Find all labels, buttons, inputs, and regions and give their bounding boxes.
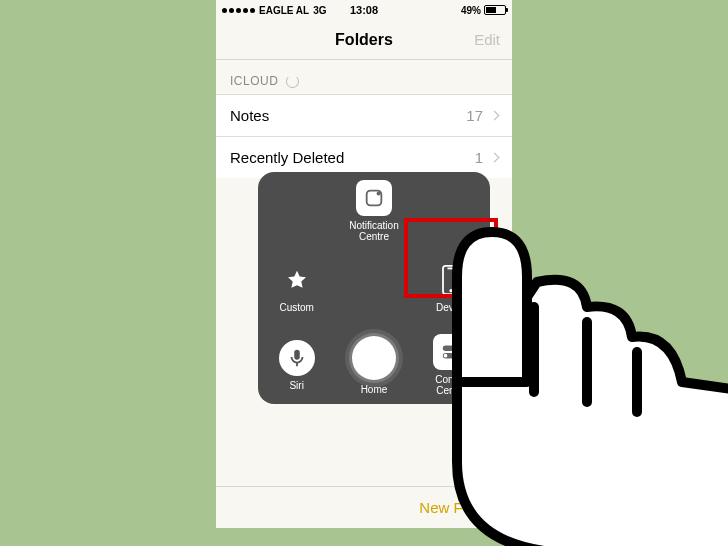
device-icon (433, 262, 469, 298)
assistive-touch-menu: Notification Centre Custom Device Siri H… (258, 172, 490, 404)
assistive-label: Notification Centre (349, 220, 398, 242)
notification-centre-icon (356, 180, 392, 216)
battery-percent: 49% (461, 5, 481, 16)
folder-row-notes[interactable]: Notes 17 (216, 94, 512, 136)
assistive-control-centre[interactable]: Control Centre (413, 327, 490, 404)
svg-point-10 (444, 354, 448, 358)
chevron-right-icon (490, 153, 500, 163)
row-label: Notes (230, 107, 269, 124)
battery-indicator: 49% (461, 5, 506, 16)
svg-rect-5 (294, 350, 300, 360)
battery-icon (484, 5, 506, 15)
microphone-icon (279, 340, 315, 376)
svg-point-3 (450, 290, 453, 293)
control-centre-icon (433, 334, 469, 370)
assistive-label: Device (436, 302, 467, 313)
icloud-section-header: ICLOUD (216, 60, 512, 94)
clock: 13:08 (350, 4, 378, 16)
row-label: Recently Deleted (230, 149, 344, 166)
new-folder-button[interactable]: New Folder (419, 499, 496, 516)
wikihow-watermark: wikiHow (663, 523, 720, 540)
assistive-siri[interactable]: Siri (258, 327, 335, 404)
assistive-label: Control Centre (435, 374, 467, 396)
assistive-home[interactable]: Home (335, 327, 412, 404)
edit-button[interactable]: Edit (474, 31, 500, 48)
page-title: Folders (335, 31, 393, 49)
loading-spinner-icon (286, 75, 299, 88)
assistive-device[interactable]: Device (413, 249, 490, 326)
row-count: 1 (475, 149, 483, 166)
network-label: 3G (313, 5, 326, 16)
bottom-toolbar: New Folder (216, 486, 512, 528)
signal-strength-icon (222, 8, 255, 13)
svg-point-8 (455, 347, 459, 351)
assistive-custom[interactable]: Custom (258, 249, 335, 326)
chevron-right-icon (490, 111, 500, 121)
row-count: 17 (466, 107, 483, 124)
section-label: ICLOUD (230, 74, 278, 88)
nav-header: Folders Edit (216, 20, 512, 60)
svg-point-1 (377, 191, 381, 195)
star-icon (279, 262, 315, 298)
status-bar: EAGLE AL 3G 13:08 49% (216, 0, 512, 20)
assistive-label: Custom (279, 302, 313, 313)
assistive-label: Home (361, 384, 388, 395)
assistive-notification-centre[interactable]: Notification Centre (335, 172, 412, 249)
assistive-label: Siri (289, 380, 303, 391)
home-button-icon (352, 336, 396, 380)
carrier-label: EAGLE AL (259, 5, 309, 16)
